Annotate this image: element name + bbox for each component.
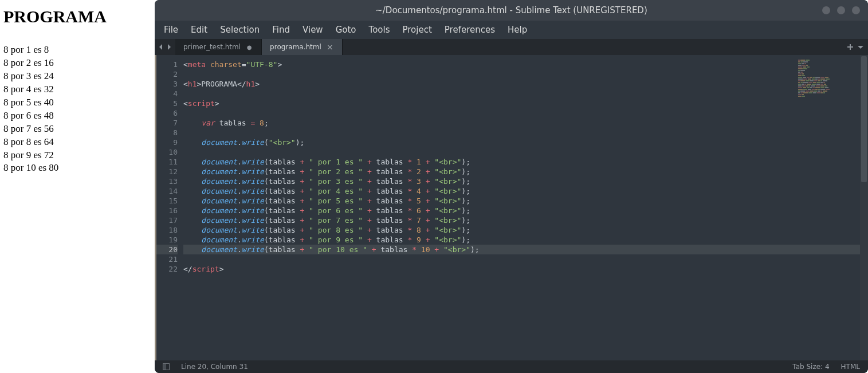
- output-line: 8 por 6 es 48: [3, 109, 151, 123]
- line-number[interactable]: 4: [156, 89, 178, 99]
- line-number[interactable]: 7: [156, 118, 178, 128]
- sublime-window: ~/Documentos/programa.html - Sublime Tex…: [155, 0, 868, 373]
- menu-item-find[interactable]: Find: [269, 22, 293, 37]
- output-line: 8 por 9 es 72: [3, 149, 151, 162]
- code-line[interactable]: var tablas = 8;: [183, 118, 868, 128]
- output-lines-container: 8 por 1 es 88 por 2 es 168 por 3 es 248 …: [3, 44, 151, 175]
- output-heading: PROGRAMA: [3, 7, 151, 26]
- code-line[interactable]: document.write(tablas + " por 2 es " + t…: [183, 167, 868, 176]
- code-line[interactable]: [183, 108, 868, 118]
- tab-bar: primer_test.htmlprograma.html: [155, 39, 868, 55]
- tab-next-icon[interactable]: [166, 44, 172, 50]
- code-line[interactable]: <meta charset="UTF-8">: [183, 60, 868, 69]
- code-line[interactable]: document.write(tablas + " por 9 es " + t…: [183, 235, 868, 245]
- dirty-indicator-icon[interactable]: [246, 44, 252, 50]
- window-title: ~/Documentos/programa.html - Sublime Tex…: [375, 5, 647, 15]
- window-maximize-icon[interactable]: [837, 6, 845, 14]
- code-line[interactable]: </script>: [183, 264, 868, 274]
- line-number[interactable]: 18: [156, 225, 178, 235]
- line-number[interactable]: 5: [156, 99, 178, 108]
- tab-primer_test-html[interactable]: primer_test.html: [175, 39, 262, 55]
- line-number[interactable]: 13: [156, 176, 178, 186]
- menu-item-file[interactable]: File: [160, 22, 182, 37]
- line-number-gutter[interactable]: 12345678910111213141516171819202122: [155, 55, 183, 360]
- code-line[interactable]: document.write(tablas + " por 3 es " + t…: [183, 176, 868, 186]
- output-line: 8 por 7 es 56: [3, 123, 151, 136]
- menu-item-edit[interactable]: Edit: [187, 22, 211, 37]
- output-line: 8 por 1 es 8: [3, 44, 151, 57]
- line-number[interactable]: 3: [156, 79, 178, 89]
- minimap[interactable]: [798, 60, 855, 89]
- code-line[interactable]: [183, 89, 868, 99]
- line-number[interactable]: 15: [156, 196, 178, 206]
- status-syntax[interactable]: HTML: [841, 363, 860, 371]
- scrollbar-thumb[interactable]: [861, 56, 867, 182]
- code-line[interactable]: document.write(tablas + " por 6 es " + t…: [183, 206, 868, 215]
- status-indent[interactable]: Tab Size: 4: [792, 363, 829, 371]
- menu-item-goto[interactable]: Goto: [332, 22, 360, 37]
- line-number[interactable]: 22: [156, 264, 178, 274]
- line-number[interactable]: 10: [156, 147, 178, 157]
- menu-item-preferences[interactable]: Preferences: [441, 22, 498, 37]
- code-line[interactable]: document.write(tablas + " por 10 es " + …: [183, 245, 868, 254]
- output-line: 8 por 8 es 64: [3, 136, 151, 149]
- tab-label: programa.html: [270, 43, 321, 51]
- tab-menu-chevron-icon[interactable]: [858, 44, 863, 50]
- output-line: 8 por 3 es 24: [3, 70, 151, 83]
- code-line[interactable]: [183, 254, 868, 264]
- output-line: 8 por 2 es 16: [3, 57, 151, 70]
- close-icon[interactable]: [327, 44, 333, 50]
- code-line[interactable]: document.write(tablas + " por 8 es " + t…: [183, 225, 868, 235]
- line-number[interactable]: 21: [156, 254, 178, 264]
- tab-label: primer_test.html: [183, 43, 241, 51]
- new-tab-icon[interactable]: [847, 44, 853, 50]
- line-number[interactable]: 19: [156, 235, 178, 245]
- menu-item-project[interactable]: Project: [399, 22, 435, 37]
- editor-body[interactable]: 12345678910111213141516171819202122 <met…: [155, 55, 868, 360]
- code-line[interactable]: <script>: [183, 99, 868, 108]
- line-number[interactable]: 17: [156, 215, 178, 225]
- line-number[interactable]: 1: [156, 60, 178, 69]
- window-titlebar[interactable]: ~/Documentos/programa.html - Sublime Tex…: [155, 0, 868, 21]
- menu-bar: FileEditSelectionFindViewGotoToolsProjec…: [155, 21, 868, 39]
- line-number[interactable]: 6: [156, 108, 178, 118]
- panel-switch-icon[interactable]: [163, 363, 170, 370]
- menu-item-view[interactable]: View: [299, 22, 327, 37]
- line-number[interactable]: 16: [156, 206, 178, 215]
- output-line: 8 por 5 es 40: [3, 96, 151, 109]
- code-line[interactable]: document.write(tablas + " por 4 es " + t…: [183, 186, 868, 196]
- vertical-scrollbar[interactable]: [860, 55, 868, 360]
- status-position[interactable]: Line 20, Column 31: [181, 363, 248, 371]
- line-number[interactable]: 2: [156, 69, 178, 79]
- code-line[interactable]: [183, 128, 868, 138]
- code-line[interactable]: [183, 69, 868, 79]
- line-number[interactable]: 9: [156, 138, 178, 147]
- tab-programa-html[interactable]: programa.html: [262, 39, 343, 55]
- menu-item-selection[interactable]: Selection: [217, 22, 263, 37]
- menu-item-tools[interactable]: Tools: [366, 22, 394, 37]
- window-close-icon[interactable]: [852, 6, 860, 14]
- code-line[interactable]: <h1>PROGRAMA</h1>: [183, 79, 868, 89]
- line-number[interactable]: 8: [156, 128, 178, 138]
- line-number[interactable]: 11: [156, 157, 178, 167]
- line-number[interactable]: 20: [156, 245, 178, 254]
- output-line: 8 por 4 es 32: [3, 83, 151, 96]
- code-line[interactable]: document.write("<br>");: [183, 138, 868, 147]
- line-number[interactable]: 12: [156, 167, 178, 176]
- line-number[interactable]: 14: [156, 186, 178, 196]
- status-bar: Line 20, Column 31 Tab Size: 4 HTML: [155, 360, 868, 373]
- tab-nav-arrows: [155, 39, 175, 55]
- output-line: 8 por 10 es 80: [3, 162, 151, 175]
- code-line[interactable]: document.write(tablas + " por 5 es " + t…: [183, 196, 868, 206]
- window-minimize-icon[interactable]: [822, 6, 830, 14]
- code-line[interactable]: document.write(tablas + " por 7 es " + t…: [183, 215, 868, 225]
- window-controls: [822, 6, 860, 14]
- code-area[interactable]: <meta charset="UTF-8"><h1>PROGRAMA</h1><…: [183, 55, 868, 360]
- menu-item-help[interactable]: Help: [504, 22, 531, 37]
- code-line[interactable]: [183, 147, 868, 157]
- browser-output-pane: PROGRAMA 8 por 1 es 88 por 2 es 168 por …: [0, 0, 155, 373]
- tab-prev-icon[interactable]: [158, 44, 164, 50]
- code-line[interactable]: document.write(tablas + " por 1 es " + t…: [183, 157, 868, 167]
